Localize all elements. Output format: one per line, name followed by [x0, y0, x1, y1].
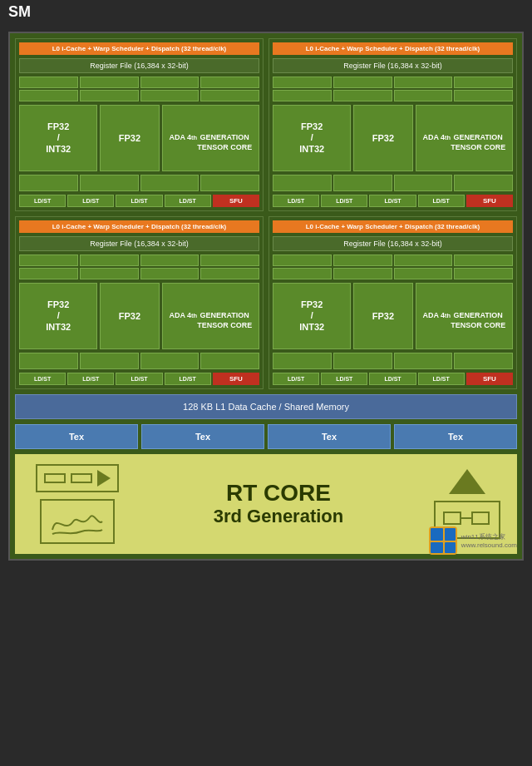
ldst-cell: LD/ST — [418, 195, 465, 207]
reg-cell — [454, 353, 513, 369]
reg-grid-top-0 — [19, 77, 259, 101]
reg-cell — [19, 255, 78, 266]
sfu-cell: SFU — [213, 195, 259, 207]
reg-cell — [140, 255, 200, 266]
reg-cell — [273, 268, 332, 279]
reg-cell — [273, 255, 332, 266]
ldst-cell: LD/ST — [165, 195, 211, 207]
reg-cell — [140, 90, 200, 101]
ldst-cell: LD/ST — [321, 195, 367, 207]
rt-shape-arrow — [97, 470, 111, 487]
ldst-cell: LD/ST — [19, 373, 66, 385]
rt-shape-rect — [71, 473, 92, 483]
reg-cell — [333, 175, 392, 191]
ldst-cell: LD/ST — [321, 373, 367, 385]
tex-cell-3: Tex — [394, 424, 517, 449]
watermark-logo — [428, 526, 458, 556]
rt-triangle-icon — [449, 469, 485, 494]
fp32-block-3: FP32 — [353, 283, 412, 349]
reg-cell — [19, 268, 78, 279]
bottom-unit-row-0: LD/ST LD/ST LD/ST LD/ST SFU — [19, 195, 259, 207]
reg-cell — [333, 90, 392, 101]
rt-core-text: RT CORE 3rd Generation — [131, 481, 426, 528]
core-row-3: FP32/INT32 FP32 ADA 4thGENERATIONTENSOR … — [273, 283, 513, 349]
reg-cell — [394, 255, 453, 266]
rt-core-left-shapes — [23, 464, 131, 544]
sfu-cell: SFU — [466, 373, 513, 385]
reg-cell — [200, 175, 259, 191]
reg-file-bar-3: Register File (16,384 x 32-bit) — [273, 236, 513, 251]
tensor-block-1: ADA 4thGENERATIONTENSOR CORE — [416, 105, 513, 171]
ldst-cell: LD/ST — [19, 195, 66, 207]
fp32-block-0: FP32 — [100, 105, 159, 171]
reg-grid-top-2 — [19, 255, 259, 279]
tex-cell-1: Tex — [141, 424, 264, 449]
reg-cell — [19, 353, 78, 369]
core-row-2: FP32/INT32 FP32 ADA 4thGENERATIONTENSOR … — [19, 283, 259, 349]
quadrant-grid: L0 i-Cache + Warp Scheduler + Dispatch (… — [15, 38, 517, 389]
reg-cell — [140, 268, 200, 279]
core-row-1: FP32/INT32 FP32 ADA 4thGENERATIONTENSOR … — [273, 105, 513, 171]
reg-cell — [140, 175, 200, 191]
reg-cell — [454, 268, 513, 279]
fp32-block-1: FP32 — [353, 105, 412, 171]
reg-cell — [19, 90, 78, 101]
reg-cell — [80, 90, 139, 101]
reg-cell — [140, 353, 200, 369]
reg-cell — [454, 77, 513, 88]
bottom-unit-row-3: LD/ST LD/ST LD/ST LD/ST SFU — [273, 373, 513, 385]
reg-cell — [80, 268, 139, 279]
ldst-cell: LD/ST — [273, 195, 319, 207]
rt-shape-rect — [44, 473, 66, 483]
reg-file-bar-1: Register File (16,384 x 32-bit) — [273, 58, 513, 73]
ldst-cell: LD/ST — [273, 373, 319, 385]
reg-cell — [394, 353, 453, 369]
reg-cell — [80, 255, 139, 266]
reg-file-bar-2: Register File (16,384 x 32-bit) — [19, 236, 259, 251]
ldst-cell: LD/ST — [116, 373, 162, 385]
sm-title-label: SM — [8, 3, 31, 21]
sfu-cell: SFU — [213, 373, 259, 385]
l1-cache-bar: 128 KB L1 Data Cache / Shared Memory — [15, 394, 517, 419]
svg-rect-5 — [445, 528, 456, 541]
reg-cell — [273, 353, 332, 369]
reg-grid-top-3 — [273, 255, 513, 279]
rt-right-top — [449, 469, 485, 494]
reg-cell — [200, 77, 259, 88]
svg-rect-6 — [431, 542, 443, 553]
l0-bar-2: L0 i-Cache + Warp Scheduler + Dispatch (… — [19, 220, 259, 233]
bottom-unit-row-1: LD/ST LD/ST LD/ST LD/ST SFU — [273, 195, 513, 207]
reg-cell — [394, 90, 453, 101]
reg-cell — [333, 77, 392, 88]
fp32-int32-block-3: FP32/INT32 — [273, 283, 351, 349]
reg-cell — [333, 268, 392, 279]
reg-cell — [19, 77, 78, 88]
reg-cell — [394, 268, 453, 279]
watermark-text: win11系统之家 www.relsound.com — [461, 532, 517, 549]
l0-bar-1: L0 i-Cache + Warp Scheduler + Dispatch (… — [273, 42, 513, 55]
reg-cell — [333, 255, 392, 266]
l0-bar-3: L0 i-Cache + Warp Scheduler + Dispatch (… — [273, 220, 513, 233]
bottom-unit-row-2: LD/ST LD/ST LD/ST LD/ST SFU — [19, 373, 259, 385]
mid-reg-2 — [19, 353, 259, 369]
quadrant-3: L0 i-Cache + Warp Scheduler + Dispatch (… — [268, 216, 517, 389]
reg-cell — [454, 90, 513, 101]
core-row-0: FP32/INT32 FP32 ADA 4thGENERATIONTENSOR … — [19, 105, 259, 171]
reg-cell — [200, 353, 259, 369]
fp32-int32-block-2: FP32/INT32 — [19, 283, 97, 349]
ldst-cell: LD/ST — [369, 195, 416, 207]
fp32-int32-block-0: FP32/INT32 — [19, 105, 97, 171]
ldst-cell: LD/ST — [116, 195, 162, 207]
watermark-url-label: www.relsound.com — [461, 541, 517, 549]
reg-cell — [273, 175, 332, 191]
rt-sig-svg — [48, 505, 106, 538]
tensor-block-2: ADA 4thGENERATIONTENSOR CORE — [162, 283, 259, 349]
l0-bar-0: L0 i-Cache + Warp Scheduler + Dispatch (… — [19, 42, 259, 55]
mid-reg-0 — [19, 175, 259, 191]
svg-rect-7 — [445, 542, 456, 553]
watermark-site-label: win11系统之家 — [461, 532, 517, 541]
svg-rect-2 — [472, 512, 489, 524]
ldst-cell: LD/ST — [67, 373, 114, 385]
sfu-cell: SFU — [466, 195, 513, 207]
ldst-cell: LD/ST — [418, 373, 465, 385]
